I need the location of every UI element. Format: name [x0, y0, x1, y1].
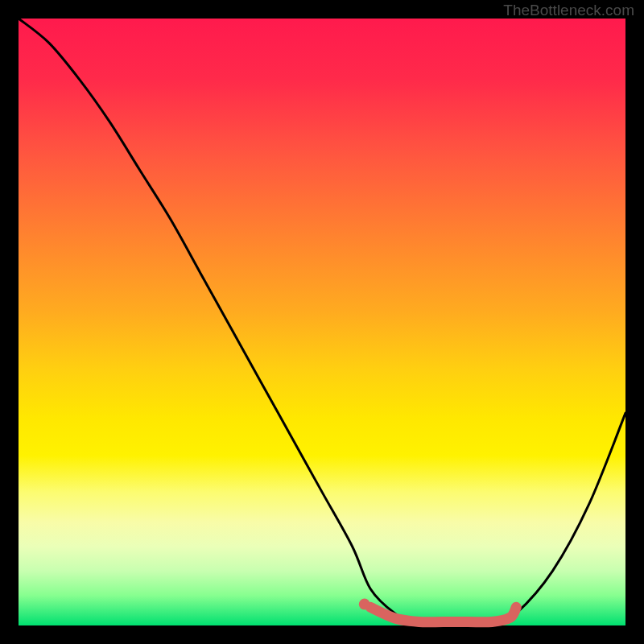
highlight-segment: [370, 607, 516, 621]
bottleneck-curve: [19, 19, 625, 626]
chart-svg: [0, 0, 644, 644]
marker-dot: [359, 599, 370, 610]
watermark-text: TheBottleneck.com: [503, 2, 634, 19]
